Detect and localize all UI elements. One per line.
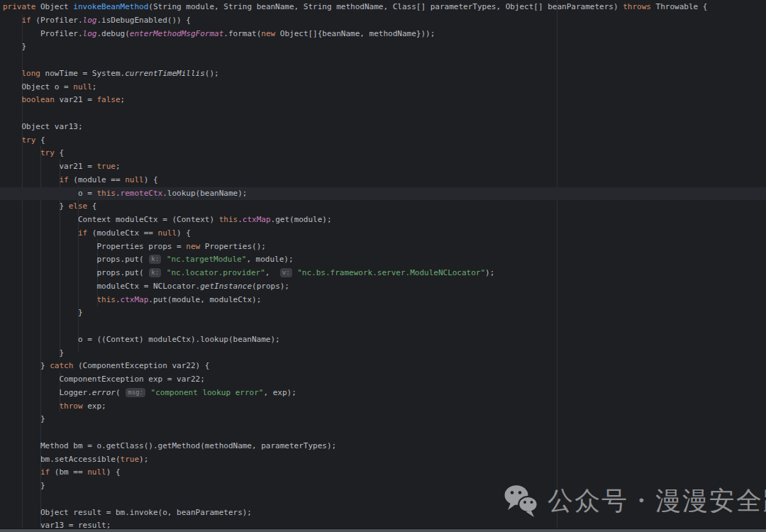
- code-line[interactable]: if (Profiler.log.isDebugEnabled()) {: [3, 14, 766, 28]
- code-token-field: ctxMap: [243, 215, 271, 224]
- code-token-txt: (module ==: [69, 175, 125, 184]
- code-token-kw: true: [121, 455, 140, 464]
- code-token-sfield: enterMethodMsgFormat: [130, 29, 223, 38]
- code-line[interactable]: }: [3, 347, 766, 360]
- code-token-txt: [3, 95, 22, 104]
- code-token-str: "component lookup error": [151, 388, 264, 397]
- code-token-txt: Method bm = o.getClass().getMethod(metho…: [3, 441, 336, 450]
- code-token-txt: [3, 16, 22, 25]
- code-line[interactable]: props.put( k: "nc.locator.provider", v: …: [3, 267, 766, 280]
- code-line[interactable]: this.ctxMap.put(module, moduleCtx);: [3, 294, 766, 307]
- code-token-decl: invokeBeanMethod: [73, 2, 148, 11]
- code-line[interactable]: if (bm == null) {: [3, 466, 766, 480]
- code-line[interactable]: ComponentException exp = var22;: [3, 373, 766, 387]
- code-line[interactable]: moduleCtx = NCLocator.getInstance(props)…: [3, 280, 766, 294]
- code-token-txt: Properties();: [200, 242, 266, 251]
- code-token-txt: }: [3, 308, 83, 317]
- code-token-smethod: error: [92, 388, 116, 397]
- code-line[interactable]: try {: [3, 147, 766, 160]
- code-token-hint: k:: [149, 268, 161, 277]
- code-token-txt: moduleCtx = NCLocator.: [3, 282, 200, 291]
- code-token-txt: }: [3, 348, 64, 358]
- code-line[interactable]: try {: [3, 134, 766, 148]
- code-token-str: "nc.locator.provider": [167, 268, 265, 277]
- code-line[interactable]: if (module == null) {: [3, 174, 766, 187]
- code-line[interactable]: Properties props = new Properties();: [3, 240, 766, 254]
- code-token-txt: Profiler.: [3, 29, 83, 38]
- code-token-txt: [3, 228, 78, 238]
- code-token-txt: .: [116, 295, 121, 304]
- code-line[interactable]: [3, 107, 766, 121]
- code-token-txt: .: [238, 215, 243, 224]
- code-token-txt: }: [3, 201, 69, 211]
- code-token-kw: null: [125, 175, 144, 184]
- code-token-txt: o =: [3, 189, 96, 198]
- code-line[interactable]: [3, 320, 766, 333]
- code-token-sfield: log: [83, 29, 97, 38]
- code-line[interactable]: } catch (ComponentException var22) {: [3, 360, 766, 373]
- code-token-hint: k:: [149, 255, 161, 264]
- wechat-icon: [504, 483, 539, 519]
- code-line[interactable]: } else {: [3, 200, 766, 214]
- code-token-txt: Object var13;: [3, 122, 83, 131]
- code-token-field: remoteCtx: [121, 189, 163, 198]
- code-line[interactable]: Method bm = o.getClass().getMethod(metho…: [3, 440, 766, 453]
- code-line[interactable]: Logger.error( msg: "component lookup err…: [3, 387, 766, 400]
- code-line[interactable]: props.put( k: "nc.targetModule", module)…: [3, 253, 766, 267]
- code-token-txt: ;: [92, 82, 97, 92]
- ide-editor-window: private Object invokeBeanMethod(String m…: [0, 0, 766, 532]
- code-token-field: ctxMap: [121, 295, 149, 304]
- code-token-txt: Context moduleCtx = (Context): [3, 215, 219, 224]
- code-token-txt: (props);: [252, 282, 289, 291]
- code-token-txt: .: [116, 189, 121, 198]
- code-line[interactable]: var21 = true;: [3, 160, 766, 174]
- code-token-kw: null: [87, 467, 106, 477]
- code-token-kw: private: [3, 2, 35, 11]
- code-token-txt: (ComponentException var22) {: [73, 361, 209, 370]
- code-line[interactable]: Object var13;: [3, 121, 766, 134]
- code-token-kw: long: [22, 69, 41, 78]
- code-area[interactable]: private Object invokeBeanMethod(String m…: [0, 0, 766, 532]
- code-line[interactable]: bm.setAccessible(true);: [3, 453, 766, 467]
- code-token-txt: nowTime = System.: [40, 69, 125, 78]
- code-token-kw: try: [22, 135, 36, 145]
- bottom-bar-edge: [0, 528, 766, 532]
- code-token-kw: null: [158, 228, 177, 238]
- code-token-txt: [3, 175, 59, 184]
- code-line[interactable]: [3, 426, 766, 440]
- code-token-txt: ;: [121, 95, 126, 104]
- code-line-current[interactable]: o = this.remoteCtx.lookup(beanName);: [0, 187, 766, 201]
- code-token-kw: try: [40, 148, 55, 157]
- code-token-txt: [3, 148, 40, 157]
- code-token-txt: .lookup(beanName);: [162, 189, 247, 198]
- code-token-str: "nc.bs.framework.server.ModuleNCLocator": [297, 268, 485, 277]
- code-line[interactable]: long nowTime = System.currentTimeMillis(…: [3, 67, 766, 81]
- code-line[interactable]: throw exp;: [3, 400, 766, 414]
- code-line[interactable]: if (moduleCtx == null) {: [3, 227, 766, 240]
- code-token-txt: );: [485, 268, 494, 277]
- code-token-txt: [3, 135, 22, 145]
- code-token-txt: );: [139, 455, 148, 464]
- code-line[interactable]: [3, 54, 766, 67]
- code-line[interactable]: Context moduleCtx = (Context) this.ctxMa…: [3, 214, 766, 227]
- code-line[interactable]: o = ((Context) moduleCtx).lookup(beanNam…: [3, 333, 766, 347]
- code-line[interactable]: boolean var21 = false;: [3, 94, 766, 107]
- code-line[interactable]: }: [3, 306, 766, 320]
- code-line[interactable]: private Object invokeBeanMethod(String m…: [3, 1, 766, 14]
- code-token-kw: new: [261, 29, 275, 38]
- code-line[interactable]: Object o = null;: [3, 81, 766, 94]
- code-token-kw: this: [219, 215, 238, 224]
- code-token-kw: false: [96, 95, 120, 104]
- watermark: 公众号・漫漫安全路: [504, 483, 766, 519]
- code-token-kw: new: [186, 242, 200, 251]
- code-token-txt: .format(: [223, 29, 261, 38]
- code-token-txt: Object: [35, 2, 73, 11]
- code-line[interactable]: Profiler.log.debug(enterMethodMsgFormat.…: [3, 28, 766, 41]
- code-line[interactable]: }: [3, 40, 766, 54]
- watermark-text: 公众号・漫漫安全路: [548, 484, 766, 519]
- code-token-txt: bm.setAccessible(: [3, 455, 121, 464]
- code-token-txt: ) {: [177, 228, 191, 238]
- code-token-kw: else: [69, 201, 88, 211]
- code-line[interactable]: }: [3, 413, 766, 426]
- code-token-txt: exp;: [83, 401, 106, 411]
